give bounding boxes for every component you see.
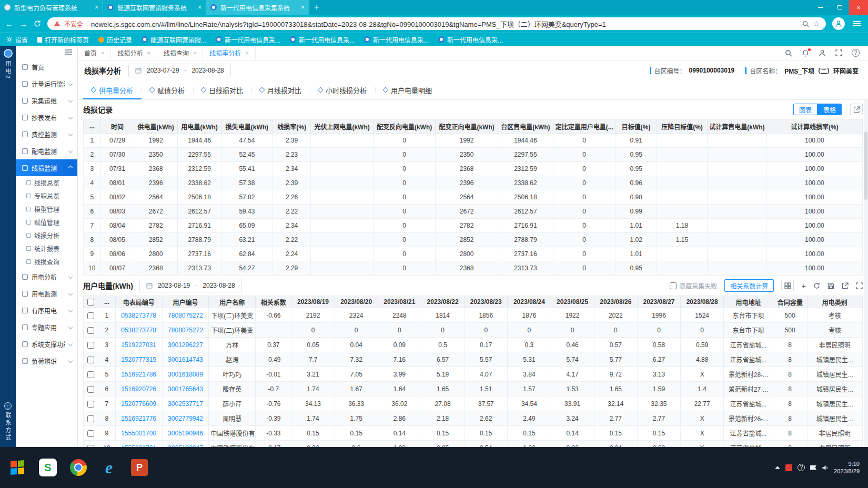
- sidebar-item[interactable]: 配电监测: [16, 143, 77, 159]
- link-cell[interactable]: 3005190947: [162, 441, 209, 448]
- chart-view-button[interactable]: 图表: [793, 104, 817, 115]
- link-cell[interactable]: 3005190946: [162, 426, 209, 441]
- sidebar-subitem[interactable]: 统计报表: [16, 242, 77, 255]
- table-row[interactable]: 808/0528522788.7963.212.22028522788.7901…: [84, 233, 863, 247]
- link-cell[interactable]: 3001296227: [162, 338, 209, 352]
- link-cell[interactable]: 1520777315: [115, 352, 162, 367]
- fullscreen-icon[interactable]: [835, 49, 842, 56]
- hide-failed-checkbox[interactable]: [670, 282, 677, 289]
- row-checkbox[interactable]: [87, 312, 94, 319]
- contact-link[interactable]: ⓛ 联系方式: [0, 402, 16, 442]
- refresh-button[interactable]: [34, 20, 41, 27]
- table-row[interactable]: 608/0326722612.5759.432.22026722612.5700…: [84, 205, 863, 219]
- sidebar-item[interactable]: 首页: [16, 58, 77, 75]
- table-fullscreen-button[interactable]: [856, 282, 863, 289]
- page-tab[interactable]: 首页×: [78, 46, 111, 60]
- link-cell[interactable]: 1555001700: [115, 426, 162, 441]
- link-cell[interactable]: 1520776609: [115, 396, 162, 411]
- bookmark-star-icon[interactable]: ☆: [813, 19, 820, 28]
- speaker-icon[interactable]: [822, 464, 829, 471]
- bookmark-item[interactable]: 打开新的标签页: [37, 35, 89, 44]
- link-cell[interactable]: 3001618089: [162, 367, 209, 382]
- table-row[interactable]: 1008/0723682313.7354.272.29023682313.730…: [84, 261, 863, 276]
- sidebar-subitem[interactable]: 线损查询: [16, 255, 77, 268]
- bookmark-item[interactable]: 新一代用电信息采...: [364, 35, 429, 44]
- table-row[interactable]: 207/3023502297.5552.452.23023502297.5500…: [84, 148, 863, 162]
- page-tab-close-icon[interactable]: ×: [193, 50, 196, 56]
- sidebar-subitem[interactable]: 赋值管理: [16, 216, 77, 229]
- scrollbar-thumb[interactable]: [864, 131, 867, 200]
- analysis-subtab[interactable]: 用户电量明细: [375, 80, 440, 99]
- link-cell[interactable]: 1555001701: [115, 441, 162, 448]
- sidebar-item[interactable]: 线损监测: [16, 159, 77, 176]
- table-row[interactable]: 915550017003005190946中国铁塔股份有...-0.330.15…: [84, 426, 863, 441]
- user-icon[interactable]: [819, 49, 826, 57]
- help-icon[interactable]: ?: [852, 49, 860, 57]
- profile-icon[interactable]: [832, 17, 845, 30]
- user-date-from[interactable]: 2023-08-19: [158, 282, 190, 289]
- user-date-range-picker[interactable]: 2023-08-19 - 2023-08-28: [139, 279, 242, 292]
- sidebar-subitem[interactable]: 专职总览: [16, 189, 77, 202]
- security-label[interactable]: 不安全: [64, 19, 83, 28]
- wps-taskbar-icon[interactable]: S: [37, 455, 59, 480]
- page-tab[interactable]: 线损查询×: [157, 46, 203, 60]
- link-cell[interactable]: 3001765643: [162, 382, 209, 396]
- sidebar-subitem[interactable]: 线损分析: [16, 229, 77, 242]
- bookmark-item[interactable]: 能源互联网营销服...: [142, 35, 206, 44]
- url-text[interactable]: neweic.js.sgcc.com.cn/#/llm/line/LineRat…: [91, 19, 799, 29]
- ie-taskbar-icon[interactable]: e: [98, 455, 120, 480]
- browser-tab[interactable]: 新一代用电信息采集系统×: [206, 0, 309, 15]
- analysis-subtab[interactable]: 小时线损分析: [310, 80, 375, 99]
- browser-menu-icon[interactable]: [851, 23, 863, 24]
- table-row[interactable]: 715207766093002537717薛小芹-0.7634.1336.333…: [84, 396, 863, 411]
- table-row[interactable]: 1015550017013005190947中国铁塔股份有...-0.170.2…: [84, 441, 863, 448]
- tray-help-icon[interactable]: ?: [798, 464, 805, 471]
- maximize-button[interactable]: [830, 0, 849, 15]
- page-tab-close-icon[interactable]: ×: [245, 50, 248, 56]
- link-cell[interactable]: 0538273778: [115, 308, 162, 323]
- date-range-picker[interactable]: 2023-07-29 - 2023-08-28: [128, 64, 231, 77]
- tab-close-icon[interactable]: ×: [301, 4, 305, 11]
- link-cell[interactable]: 1516921786: [115, 367, 162, 382]
- correlation-calc-button[interactable]: 相关系数计算: [724, 279, 774, 292]
- row-checkbox[interactable]: [87, 371, 94, 378]
- link-cell[interactable]: 3001614743: [162, 352, 209, 367]
- sidebar-item[interactable]: 用电监测: [16, 285, 77, 302]
- row-checkbox[interactable]: [87, 430, 94, 437]
- sidebar-item[interactable]: 费控监测: [16, 126, 77, 143]
- link-cell[interactable]: 7808075272: [162, 323, 209, 338]
- tray-flag-icon[interactable]: [810, 465, 816, 470]
- clock[interactable]: 9:10 2023/8/29: [834, 460, 862, 475]
- hide-failed-toggle[interactable]: 隐藏采集失败: [670, 281, 717, 290]
- bookmark-item[interactable]: 设置: [6, 35, 28, 44]
- table-row[interactable]: 615169207263001765643殷存英-0.71.741.671.64…: [84, 382, 863, 396]
- export-table-button[interactable]: [842, 282, 849, 289]
- link-cell[interactable]: 3002537717: [162, 396, 209, 411]
- app-search-icon[interactable]: [785, 49, 792, 57]
- analysis-subtab[interactable]: 供电量分析: [83, 80, 142, 99]
- close-button[interactable]: ×: [849, 0, 868, 15]
- minimize-button[interactable]: [811, 0, 830, 15]
- address-bar[interactable]: 不安全 neweic.js.sgcc.com.cn/#/llm/line/Lin…: [47, 17, 826, 30]
- save-button[interactable]: [827, 282, 834, 289]
- chrome-taskbar-icon[interactable]: [67, 455, 89, 480]
- page-tab-close-icon[interactable]: ×: [147, 50, 150, 56]
- collapse-menu-icon[interactable]: [65, 52, 72, 53]
- row-checkbox[interactable]: [87, 401, 94, 408]
- analysis-subtab[interactable]: 月线损对比: [251, 80, 310, 99]
- forward-button[interactable]: →: [19, 19, 27, 28]
- date-from[interactable]: 2023-07-29: [147, 67, 179, 74]
- table-row[interactable]: 508/0225642506.1857.822.26025642506.1800…: [84, 190, 863, 205]
- start-button[interactable]: [6, 455, 28, 480]
- search-icon[interactable]: [802, 21, 809, 27]
- page-tab-close-icon[interactable]: ×: [101, 50, 104, 56]
- new-tab-button[interactable]: +: [309, 0, 324, 15]
- row-checkbox[interactable]: [87, 386, 94, 393]
- sidebar-item[interactable]: 采集运维: [16, 92, 77, 109]
- page-tab[interactable]: 线损率分析×: [203, 46, 255, 60]
- table-row[interactable]: 408/0123962338.6257.382.39023962338.6200…: [84, 176, 863, 190]
- refresh-table-button[interactable]: [813, 282, 820, 289]
- export-button[interactable]: [850, 104, 863, 115]
- tab-close-icon[interactable]: ×: [198, 4, 201, 11]
- add-button[interactable]: +: [801, 281, 806, 290]
